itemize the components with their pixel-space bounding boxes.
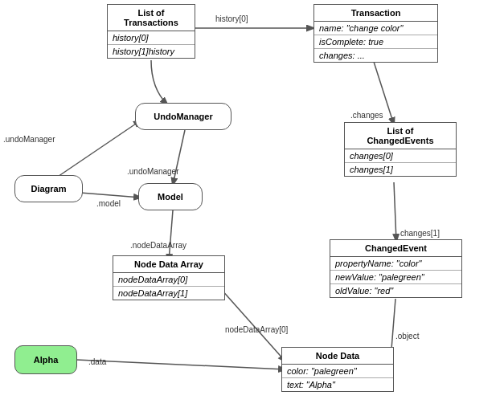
- label-history0: history[0]: [215, 14, 248, 23]
- node-data-attr-1: text: "Alpha": [282, 378, 393, 391]
- node-data-array-attr-1: nodeDataArray[1]: [113, 287, 224, 300]
- label-data: .data: [88, 357, 106, 366]
- node-data-array-title: Node Data Array: [113, 256, 224, 273]
- svg-line-9: [76, 360, 285, 369]
- transaction-attr-2: changes: ...: [314, 49, 437, 62]
- transaction-attr-0: name: "change color": [314, 22, 437, 35]
- node-data-attr-0: color: "palegreen": [282, 365, 393, 378]
- label-object: .object: [395, 332, 419, 340]
- undo-manager-label: UndoManager: [154, 112, 212, 121]
- label-changes: .changes: [350, 111, 383, 120]
- changed-event-attr-0: propertyName: "color": [330, 257, 461, 271]
- changed-event-title: ChangedEvent: [330, 240, 461, 257]
- list-of-changed-events-attr-0: changes[0]: [345, 149, 456, 163]
- transaction-attr-1: isComplete: true: [314, 35, 437, 49]
- undo-manager-box: UndoManager: [135, 103, 232, 130]
- list-of-transactions-attr-1: history[1]history: [108, 45, 195, 58]
- label-undo-manager-inner: .undoManager: [127, 167, 179, 176]
- list-of-transactions-title: List of Transactions: [108, 5, 195, 31]
- node-data-array-box: Node Data Array nodeDataArray[0] nodeDat…: [113, 255, 225, 300]
- svg-line-5: [173, 130, 185, 185]
- diagram-label: Diagram: [31, 184, 66, 194]
- transaction-title: Transaction: [314, 5, 437, 22]
- alpha-box: Alpha: [14, 345, 77, 374]
- svg-line-2: [394, 182, 396, 241]
- list-of-changed-events-title: List of ChangedEvents: [345, 123, 456, 149]
- list-of-changed-events-attr-1: changes[1]: [345, 163, 456, 176]
- list-of-transactions-attr-0: history[0]: [108, 31, 195, 45]
- label-model: .model: [96, 199, 121, 208]
- diagram-box: Diagram: [14, 175, 83, 202]
- diagram-canvas: List of Transactions history[0] history[…: [0, 0, 504, 420]
- label-changes1: changes[1]: [400, 229, 440, 238]
- label-undo-manager-left: .undoManager: [3, 135, 55, 144]
- alpha-label: Alpha: [34, 355, 59, 365]
- changed-event-attr-2: oldValue: "red": [330, 284, 461, 297]
- label-node-data-array: .nodeDataArray: [130, 241, 186, 250]
- label-node-data-array0: nodeDataArray[0]: [225, 325, 288, 334]
- svg-line-4: [80, 193, 141, 198]
- node-data-box: Node Data color: "palegreen" text: "Alph…: [281, 347, 394, 392]
- changed-event-attr-1: newValue: "palegreen": [330, 271, 461, 284]
- changed-event-box: ChangedEvent propertyName: "color" newVa…: [330, 239, 462, 298]
- list-of-transactions-box: List of Transactions history[0] history[…: [107, 4, 195, 59]
- node-data-array-attr-0: nodeDataArray[0]: [113, 273, 224, 287]
- svg-line-6: [169, 210, 173, 261]
- transaction-box: Transaction name: "change color" isCompl…: [313, 4, 438, 63]
- node-data-title: Node Data: [282, 348, 393, 365]
- list-of-changed-events-box: List of ChangedEvents changes[0] changes…: [344, 122, 457, 177]
- model-label: Model: [158, 192, 183, 202]
- model-box: Model: [138, 183, 203, 210]
